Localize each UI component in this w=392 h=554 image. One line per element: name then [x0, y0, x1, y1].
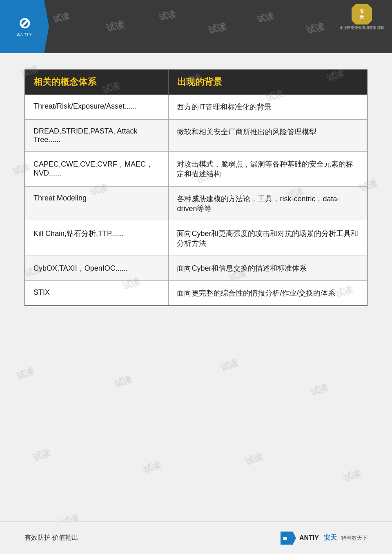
table-cell-right: 对攻击模式，脆弱点，漏洞等各种基础的安全元素的标定和描述结构 [169, 152, 367, 187]
page-watermark-18: 试读 [31, 446, 52, 464]
main-content: 相关的概念体系 出现的背景 Threat/Risk/Exposure/Asset… [0, 53, 392, 323]
table-cell-right: 各种威胁建模的方法论，工具，risk-centric，data-driven等等 [169, 187, 367, 221]
concept-table: 相关的概念体系 出现的背景 Threat/Risk/Exposure/Asset… [24, 69, 368, 306]
table-row: STIX面向更完整的综合性的情报分析/作业/交换的体系 [25, 281, 367, 306]
footer: 有效防护 价值输出 ≋ ANTIY 安天 智者数天下 [0, 521, 392, 554]
page-watermark-14: 试读 [15, 365, 36, 382]
svg-text:≋: ≋ [283, 535, 287, 542]
table-cell-right: 面向Cyber和更高强度的攻击和对抗的场景的分析工具和分析方法 [169, 221, 367, 256]
table-row: CybOX,TAXII，OpenIOC......面向Cyber和信息交换的描述… [25, 256, 367, 281]
page-watermark-15: 试读 [113, 373, 134, 390]
table-cell-left: Threat/Risk/Exposure/Asset...... [25, 94, 169, 120]
table-row: CAPEC,CWE,CVE,CVRF，MAEC，NVD......对攻击模式，脆… [25, 152, 367, 187]
footer-brand-sub: 智者数天下 [341, 534, 368, 542]
footer-tagline: 有效防护 价值输出 [24, 534, 78, 542]
page-watermark-17: 试读 [309, 381, 330, 398]
footer-brand-antiy: ANTIY [299, 534, 319, 542]
wm-h6: 试读 [305, 20, 325, 37]
table-row: Threat/Risk/Exposure/Asset......西方的IT管理和… [25, 94, 367, 120]
table-row: Threat Modeling各种威胁建模的方法论，工具，risk-centri… [25, 187, 367, 221]
badge-icon: 安天 [352, 4, 372, 24]
table-cell-left: Threat Modeling [25, 187, 169, 221]
footer-logo: ≋ ANTIY 安天 智者数天下 [281, 532, 368, 545]
logo-box: ⊘ ANTIY [0, 0, 49, 53]
wm-h2: 试读 [105, 18, 125, 35]
wm-h3: 试读 [158, 8, 177, 23]
table-cell-right: 面向更完整的综合性的情报分析/作业/交换的体系 [169, 281, 367, 306]
footer-logo-icon: ≋ [281, 532, 296, 545]
table-cell-left: CybOX,TAXII，OpenIOC...... [25, 256, 169, 281]
table-cell-right: 微软和相关安全厂商所推出的风险管理模型 [169, 120, 367, 152]
wm-h4: 试读 [207, 20, 227, 37]
page-watermark-19: 试读 [141, 458, 163, 476]
table-cell-left: DREAD,STRIDE,PASTA, Attack Tree...... [25, 120, 169, 152]
page-watermark-20: 试读 [243, 450, 265, 468]
table-row: Kill Chain,钻石分析,TTP......面向Cyber和更高强度的攻击… [25, 221, 367, 256]
footer-brand-cn: 安天 [324, 534, 337, 542]
table-cell-right: 面向Cyber和信息交换的描述和标准体系 [169, 256, 367, 281]
logo-text: ANTIY [17, 32, 32, 37]
logo-icon: ⊘ [18, 16, 31, 31]
header-watermarks: 试读 试读 试读 试读 试读 试读 [0, 0, 392, 53]
col1-header: 相关的概念体系 [25, 70, 169, 94]
table-row: DREAD,STRIDE,PASTA, Attack Tree......微软和… [25, 120, 367, 152]
table-cell-right: 西方的IT管理和标准化的背景 [169, 94, 367, 120]
header-right-logo-area: 安天 企业网络安全系训营第四期 [340, 4, 384, 31]
header-right-subtitle: 企业网络安全系训营第四期 [340, 25, 384, 31]
page-watermark-16: 试读 [219, 356, 240, 374]
header: ⊘ ANTIY 试读 试读 试读 试读 试读 试读 安天 企业网络安全系训营第四… [0, 0, 392, 53]
page-watermark-21: 试读 [341, 467, 363, 484]
wm-h1: 试读 [52, 10, 71, 25]
wm-h5: 试读 [256, 10, 275, 25]
col2-header: 出现的背景 [169, 70, 367, 94]
table-cell-left: STIX [25, 281, 169, 306]
table-cell-left: CAPEC,CWE,CVE,CVRF，MAEC，NVD...... [25, 152, 169, 187]
table-cell-left: Kill Chain,钻石分析,TTP...... [25, 221, 169, 256]
